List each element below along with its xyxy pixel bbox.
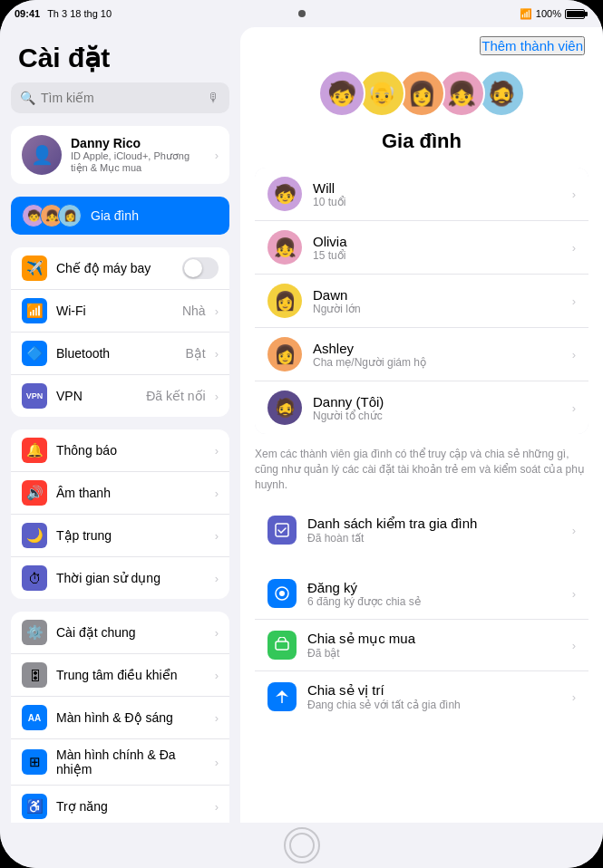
right-item-purchase-sharing[interactable]: Chia sẻ mục mua Đã bật › [255, 620, 588, 671]
member-item-ashley[interactable]: 👩 Ashley Cha mẹ/Người giám hộ › [255, 328, 588, 381]
sound-chevron: › [215, 487, 219, 500]
settings-item-general[interactable]: ⚙️ Cài đặt chung › [11, 612, 229, 654]
settings-item-bluetooth[interactable]: 🔷 Bluetooth Bật › [11, 333, 229, 375]
svg-point-2 [279, 591, 285, 596]
airplane-icon: ✈️ [22, 256, 47, 281]
purchase-sharing-icon [267, 631, 297, 660]
settings-item-notifications[interactable]: 🔔 Thông báo › [11, 429, 229, 472]
subscriptions-title: Đăng ký [307, 580, 561, 595]
location-sharing-info: Chia sẻ vị trí Đang chia sẻ với tất cả g… [307, 682, 561, 711]
settings-item-airplane[interactable]: ✈️ Chế độ máy bay [11, 247, 229, 290]
family-avatar-1: 🧒 [318, 70, 365, 117]
member-info-danny: Danny (Tôi) Người tổ chức [313, 394, 561, 422]
svg-rect-0 [276, 524, 288, 536]
control-center-icon: 🎛 [22, 662, 47, 688]
notifications-chevron: › [215, 444, 219, 458]
battery-icon [565, 9, 585, 19]
location-sharing-title: Chia sẻ vị trí [307, 682, 561, 699]
checklist-info: Danh sách kiểm tra gia đình Đã hoàn tất [307, 516, 561, 545]
settings-item-display[interactable]: AA Màn hình & Độ sáng › [11, 697, 229, 739]
right-panel: Thêm thành viên 🧒 👴 👩 👧 🧔 Gia đình 🧒 [240, 27, 603, 823]
right-item-subscriptions[interactable]: Đăng ký 6 đăng ký được chia sẻ › [255, 568, 588, 620]
right-item-checklist[interactable]: Danh sách kiểm tra gia đình Đã hoàn tất … [255, 505, 588, 555]
settings-item-vpn[interactable]: VPN VPN Đã kết nối › [11, 375, 229, 417]
member-info-olivia: Olivia 15 tuổi [313, 234, 561, 262]
settings-item-sound[interactable]: 🔊 Âm thanh › [11, 472, 229, 515]
settings-item-home-screen[interactable]: ⊞ Màn hình chính & Đa nhiệm › [11, 739, 229, 786]
subscriptions-sub: 6 đăng ký được chia sẻ [307, 595, 561, 608]
family-info-text: Xem các thành viên gia đình có thể truy … [255, 447, 588, 492]
settings-group-general: ⚙️ Cài đặt chung › 🎛 Trung tâm điều khiể… [11, 612, 229, 823]
profile-name: Danny Rico [71, 136, 206, 150]
accessibility-chevron: › [215, 800, 219, 814]
member-name-olivia: Olivia [313, 234, 561, 249]
settings-item-screen-time[interactable]: ⏱ Thời gian sử dụng › [11, 557, 229, 599]
member-name-dawn: Dawn [313, 287, 561, 303]
add-member-button[interactable]: Thêm thành viên [480, 36, 585, 55]
location-sharing-icon [267, 682, 297, 711]
right-item-location-sharing[interactable]: Chia sẻ vị trí Đang chia sẻ với tất cả g… [255, 671, 588, 722]
member-info-will: Will 10 tuổi [313, 180, 561, 208]
members-list: 🧒 Will 10 tuổi › 👧 Olivia 15 tuổi › [255, 168, 588, 434]
sound-icon: 🔊 [22, 480, 47, 506]
member-avatar-dawn: 👩 [267, 284, 302, 318]
wifi-value: Nhà [182, 304, 206, 318]
checklist-title: Danh sách kiểm tra gia đình [307, 516, 561, 532]
location-sharing-sub: Đang chia sẻ với tất cả gia đình [307, 699, 561, 711]
search-bar[interactable]: 🔍 🎙 [11, 82, 229, 113]
airplane-toggle[interactable] [182, 257, 219, 279]
member-role-danny: Người tổ chức [313, 410, 561, 422]
subscriptions-icon [267, 579, 297, 608]
member-avatar-olivia: 👧 [267, 230, 302, 265]
family-header: 🧒 👴 👩 👧 🧔 Gia đình [240, 61, 603, 168]
member-avatar-ashley: 👩 [267, 337, 302, 371]
profile-row[interactable]: 👤 Danny Rico ID Apple, iCloud+, Phương t… [11, 126, 229, 184]
search-input[interactable] [41, 91, 202, 105]
member-item-will[interactable]: 🧒 Will 10 tuổi › [255, 168, 588, 221]
screen-time-chevron: › [215, 572, 219, 585]
settings-item-accessibility[interactable]: ♿ Trợ năng › [11, 786, 229, 823]
home-button-inner [289, 833, 315, 858]
member-chevron-olivia: › [572, 241, 576, 255]
member-role-dawn: Người lớn [313, 303, 561, 315]
member-name-danny: Danny (Tôi) [313, 394, 561, 410]
member-name-ashley: Ashley [313, 341, 561, 356]
home-screen-icon: ⊞ [22, 749, 47, 775]
status-time: 09:41 [15, 8, 40, 19]
home-screen-chevron: › [215, 756, 219, 769]
wifi-settings-icon: 📶 [22, 298, 47, 323]
bottom-bar [0, 823, 603, 868]
member-role-will: 10 tuổi [313, 196, 561, 208]
member-item-olivia[interactable]: 👧 Olivia 15 tuổi › [255, 221, 588, 275]
vpn-label: VPN [56, 389, 137, 403]
general-chevron: › [215, 626, 219, 640]
accessibility-icon: ♿ [22, 794, 47, 819]
home-button[interactable] [284, 827, 320, 863]
screen-time-icon: ⏱ [22, 565, 47, 591]
sidebar-title: Cài đặt [0, 42, 240, 82]
settings-item-control-center[interactable]: 🎛 Trung tâm điều khiển › [11, 654, 229, 697]
airplane-label: Chế độ máy bay [56, 261, 173, 275]
family-title: Gia đình [382, 130, 462, 153]
subscriptions-chevron: › [572, 587, 576, 601]
member-info-dawn: Dawn Người lớn [313, 287, 561, 315]
purchase-sharing-info: Chia sẻ mục mua Đã bật [307, 631, 561, 660]
wifi-chevron: › [215, 304, 219, 318]
general-icon: ⚙️ [22, 620, 47, 645]
settings-item-focus[interactable]: 🌙 Tập trung › [11, 515, 229, 557]
sidebar-family-row[interactable]: 🧒 👧 👩 Gia đình [11, 197, 229, 235]
mic-icon[interactable]: 🎙 [208, 91, 220, 105]
member-item-dawn[interactable]: 👩 Dawn Người lớn › [255, 275, 588, 328]
settings-item-wifi[interactable]: 📶 Wi-Fi Nhà › [11, 290, 229, 333]
vpn-chevron: › [215, 390, 219, 403]
display-label: Màn hình & Độ sáng [56, 710, 206, 725]
member-item-danny[interactable]: 🧔 Danny (Tôi) Người tổ chức › [255, 381, 588, 434]
svg-rect-3 [276, 641, 288, 650]
focus-label: Tập trung [56, 528, 206, 543]
battery-percent: 100% [536, 8, 561, 19]
checklist-icon [267, 516, 297, 545]
profile-avatar: 👤 [22, 135, 62, 175]
family-avatars-small: 🧒 👧 👩 [22, 204, 76, 227]
family-avatars-large: 🧒 👴 👩 👧 🧔 [322, 70, 521, 117]
member-avatar-danny: 🧔 [267, 391, 302, 425]
